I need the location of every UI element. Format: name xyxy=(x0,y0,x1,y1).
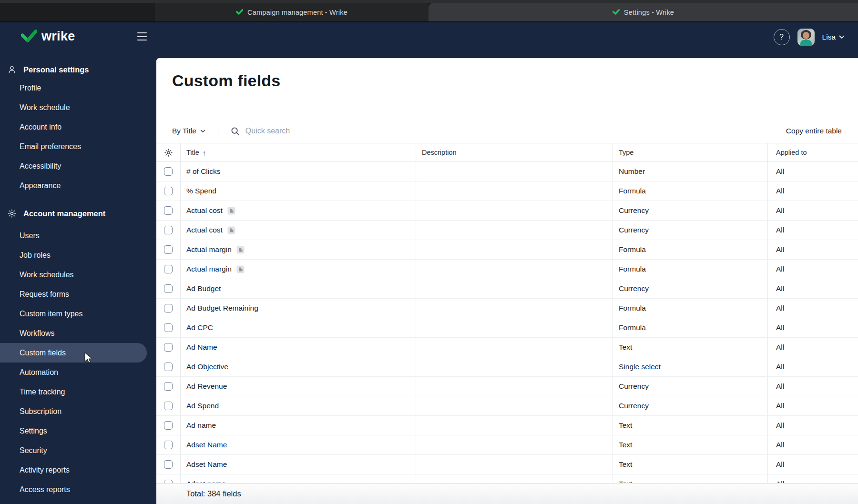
table-row[interactable]: # of ClicksNumberAll xyxy=(156,162,858,181)
cell-applied-to: All xyxy=(768,318,858,337)
main-content: Custom fields By Title Copy entire table xyxy=(156,58,858,504)
sidebar-item-users[interactable]: Users xyxy=(0,226,156,245)
sidebar-item-request-forms[interactable]: Request forms xyxy=(0,284,156,304)
sidebar-item-subscription[interactable]: Subscription xyxy=(0,402,156,421)
table-row[interactable]: Ad CPCFormulaAll xyxy=(156,318,858,338)
gear-icon xyxy=(7,209,17,218)
cell-type: Number xyxy=(613,162,768,181)
sidebar-item-custom-item-types[interactable]: Custom item types xyxy=(0,304,156,323)
sidebar-item-account-info[interactable]: Account info xyxy=(0,117,156,137)
cell-description xyxy=(416,221,613,240)
table-row[interactable]: Ad RevenueCurrencyAll xyxy=(156,377,858,396)
row-checkbox-cell xyxy=(156,435,181,454)
row-checkbox-cell xyxy=(156,396,181,415)
sidebar-item-security[interactable]: Security xyxy=(0,441,156,460)
column-header-description[interactable]: Description xyxy=(416,143,613,161)
cell-type: Currency xyxy=(613,279,768,298)
sidebar-item-profile[interactable]: Profile xyxy=(0,78,156,98)
page-title: Custom fields xyxy=(172,71,280,90)
sidebar-group-account-management[interactable]: Account management xyxy=(0,205,156,222)
table-row[interactable]: Ad BudgetCurrencyAll xyxy=(156,279,858,299)
table-row[interactable]: Actual marginFormulaAll xyxy=(156,240,858,260)
sidebar-item-workflows[interactable]: Workflows xyxy=(0,323,156,343)
row-checkbox[interactable] xyxy=(164,363,173,371)
table-row[interactable]: Actual costCurrencyAll xyxy=(156,221,858,240)
table-row[interactable]: Ad SpendCurrencyAll xyxy=(156,396,858,416)
row-checkbox[interactable] xyxy=(164,284,173,293)
column-header-type[interactable]: Type xyxy=(613,143,768,161)
cell-description xyxy=(416,240,613,259)
row-checkbox[interactable] xyxy=(164,460,173,469)
sort-by-dropdown[interactable]: By Title xyxy=(172,127,205,135)
cell-type: Formula xyxy=(613,240,768,259)
row-checkbox[interactable] xyxy=(164,245,173,254)
search-icon xyxy=(231,127,240,136)
table-header-row: Title ↑ Description Type Applied to xyxy=(156,143,858,162)
table-row[interactable]: % SpendFormulaAll xyxy=(156,181,858,201)
row-checkbox[interactable] xyxy=(164,421,173,430)
table-settings-column[interactable] xyxy=(156,143,181,161)
table-row[interactable]: Ad nameTextAll xyxy=(156,416,858,435)
table-row[interactable]: Actual marginFormulaAll xyxy=(156,260,858,279)
sort-ascending-icon: ↑ xyxy=(203,149,206,157)
cell-type: Single select xyxy=(613,357,768,376)
table-row[interactable]: Ad Budget RemainingFormulaAll xyxy=(156,299,858,318)
sidebar-item-work-schedule[interactable]: Work schedule xyxy=(0,98,156,117)
table-body: # of ClicksNumberAll% SpendFormulaAllAct… xyxy=(156,162,858,504)
table-row[interactable]: Adset NameTextAll xyxy=(156,435,858,455)
row-checkbox[interactable] xyxy=(164,265,173,273)
row-checkbox[interactable] xyxy=(164,304,173,312)
user-menu[interactable]: Lisa xyxy=(822,33,845,41)
row-checkbox-cell xyxy=(156,455,181,474)
cell-applied-to: All xyxy=(768,377,858,396)
sidebar-item-activity-reports[interactable]: Activity reports xyxy=(0,460,156,480)
row-checkbox-cell xyxy=(156,162,181,181)
cell-type: Text xyxy=(613,416,768,435)
chevron-down-icon xyxy=(200,130,205,133)
wrike-logo[interactable]: wrike xyxy=(21,29,75,44)
row-checkbox[interactable] xyxy=(164,441,173,449)
browser-tab-bar: Campaign management - Wrike Settings - W… xyxy=(0,0,858,22)
row-checkbox[interactable] xyxy=(164,402,173,410)
row-checkbox[interactable] xyxy=(164,226,173,234)
sidebar-item-access-reports[interactable]: Access reports xyxy=(0,480,156,499)
row-checkbox[interactable] xyxy=(164,323,173,332)
cell-type: Formula xyxy=(613,299,768,318)
table-row[interactable]: Ad NameTextAll xyxy=(156,338,858,357)
sidebar-item-job-roles[interactable]: Job roles xyxy=(0,245,156,265)
sidebar-group-personal-settings[interactable]: Personal settings xyxy=(0,61,156,78)
sidebar-item-time-tracking[interactable]: Time tracking xyxy=(0,382,156,402)
row-checkbox-cell xyxy=(156,416,181,435)
cell-type: Currency xyxy=(613,221,768,240)
column-header-applied-to[interactable]: Applied to xyxy=(768,143,858,161)
cell-applied-to: All xyxy=(768,416,858,435)
help-icon[interactable]: ? xyxy=(774,29,790,45)
column-header-title[interactable]: Title ↑ xyxy=(181,143,416,161)
search-input[interactable] xyxy=(245,127,388,135)
browser-tab-campaign-management[interactable]: Campaign management - Wrike xyxy=(155,3,429,21)
menu-icon[interactable] xyxy=(137,32,147,40)
sidebar-item-work-schedules[interactable]: Work schedules xyxy=(0,265,156,284)
row-checkbox[interactable] xyxy=(164,187,173,195)
table-row[interactable]: Actual costCurrencyAll xyxy=(156,201,858,221)
avatar[interactable] xyxy=(797,29,815,46)
row-checkbox[interactable] xyxy=(164,343,173,352)
browser-tab-settings[interactable]: Settings - Wrike xyxy=(429,3,858,21)
sidebar-item-settings[interactable]: Settings xyxy=(0,421,156,441)
sidebar-item-appearance[interactable]: Appearance xyxy=(0,176,156,195)
sidebar-item-automation[interactable]: Automation xyxy=(0,363,156,382)
sidebar-item-custom-fields[interactable]: Custom fields xyxy=(0,343,147,363)
row-checkbox[interactable] xyxy=(164,382,173,391)
row-checkbox[interactable] xyxy=(164,167,173,176)
cell-description xyxy=(416,455,613,474)
table-row[interactable]: Ad ObjectiveSingle selectAll xyxy=(156,357,858,377)
row-checkbox-cell xyxy=(156,299,181,318)
cell-applied-to: All xyxy=(768,396,858,415)
sidebar-item-email-preferences[interactable]: Email preferences xyxy=(0,137,156,156)
row-checkbox[interactable] xyxy=(164,206,173,215)
sidebar-item-accessibility[interactable]: Accessibility xyxy=(0,156,156,176)
copy-entire-table-button[interactable]: Copy entire table xyxy=(786,127,842,135)
gear-icon xyxy=(164,148,173,157)
table-row[interactable]: Adset NameTextAll xyxy=(156,455,858,474)
toolbar-divider xyxy=(218,126,218,136)
